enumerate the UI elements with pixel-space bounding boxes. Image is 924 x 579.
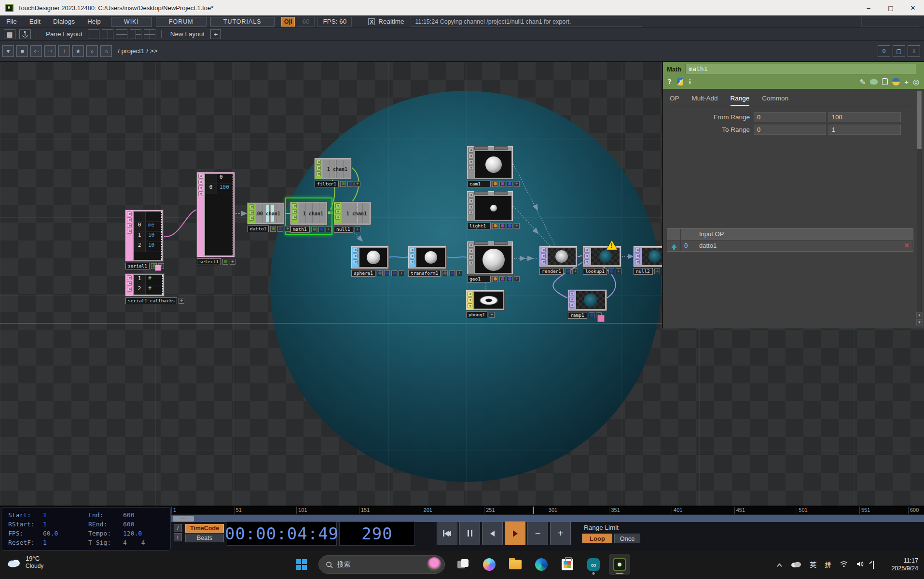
- breadcrumb[interactable]: / project1 / >>: [118, 47, 158, 55]
- minimize-button[interactable]: –: [857, 0, 880, 15]
- node-flag-plus-icon[interactable]: +: [285, 226, 290, 232]
- node-flag-plus-icon[interactable]: +: [456, 270, 462, 276]
- home-icon[interactable]: ⌂: [100, 45, 112, 57]
- operator-name-field[interactable]: math1: [685, 64, 916, 74]
- node-label[interactable]: light1: [467, 223, 491, 229]
- node-flag-purple[interactable]: [499, 181, 505, 187]
- tab-op[interactable]: OP: [670, 95, 679, 106]
- task-view-taskbar-icon[interactable]: [453, 554, 474, 575]
- pane-preset-leftsplit[interactable]: [130, 29, 141, 39]
- node-flag-orange[interactable]: [492, 223, 498, 229]
- node-flag-purple[interactable]: [499, 276, 505, 282]
- field-value[interactable]: 600: [123, 521, 134, 528]
- node-flag-orange[interactable]: [492, 181, 498, 187]
- node-flag-navy[interactable]: [277, 226, 283, 232]
- field-value[interactable]: 1: [43, 539, 47, 546]
- field-value[interactable]: 1: [43, 511, 47, 519]
- node-filter1[interactable]: 1 chan1: [315, 158, 351, 179]
- param-value-field[interactable]: 100: [828, 112, 901, 122]
- range-handle[interactable]: ....: [173, 516, 194, 522]
- node-flag-green[interactable]: [270, 226, 276, 232]
- python-help-icon[interactable]: ?: [677, 78, 684, 85]
- transport-play-reverse-button[interactable]: [482, 522, 503, 545]
- scroll-up-icon[interactable]: ▲: [916, 312, 923, 318]
- node-cam1[interactable]: [467, 146, 513, 179]
- node-flag-dark[interactable]: [377, 270, 383, 276]
- playhead[interactable]: [533, 507, 534, 514]
- node-label[interactable]: math1: [290, 226, 310, 233]
- range-limit-loop-button[interactable]: Loop: [582, 534, 612, 543]
- node-flag-plus-icon[interactable]: +: [355, 226, 360, 232]
- node-flag-plus-icon[interactable]: +: [399, 270, 404, 276]
- stop-icon[interactable]: ■: [16, 45, 28, 57]
- field-value[interactable]: 1: [43, 521, 47, 528]
- node-label[interactable]: filter1: [315, 181, 339, 187]
- node-render1[interactable]: [539, 246, 577, 267]
- node-flag-navy[interactable]: [589, 312, 594, 318]
- field-value[interactable]: 4: [141, 539, 145, 546]
- node-flag-blue[interactable]: [507, 223, 512, 229]
- collapse-pane-icon[interactable]: ⇩: [908, 45, 920, 57]
- node-serial1_callbacks[interactable]: 1#2#: [125, 274, 164, 296]
- copy-icon[interactable]: [882, 78, 888, 85]
- node-light1[interactable]: [467, 191, 513, 221]
- node-select1[interactable]: 00100: [197, 172, 234, 257]
- touchdesigner-taskbar-icon[interactable]: [609, 554, 630, 575]
- python-icon[interactable]: [892, 78, 900, 85]
- start-button[interactable]: [293, 556, 310, 573]
- node-label[interactable]: sphere1: [351, 270, 375, 277]
- input-op-row[interactable]: 0datto1✕: [667, 240, 913, 251]
- node-label[interactable]: serial1: [125, 263, 150, 269]
- node-math1[interactable]: 1 chan1: [290, 202, 327, 225]
- node-label[interactable]: null2: [634, 268, 653, 275]
- tab-mult-add[interactable]: Mult-Add: [692, 95, 718, 106]
- node-label[interactable]: lookup1: [583, 268, 607, 275]
- node-flag-plus-icon[interactable]: +: [514, 181, 520, 187]
- node-serial1[interactable]: 0me110210: [125, 210, 163, 261]
- timeline-range-bar[interactable]: ....: [171, 515, 924, 522]
- node-label[interactable]: select1: [197, 258, 221, 265]
- close-button[interactable]: ✕: [902, 0, 924, 15]
- info-icon[interactable]: i: [689, 78, 691, 85]
- realtime-toggle[interactable]: X Realtime: [368, 18, 404, 25]
- node-label[interactable]: ramp1: [568, 312, 587, 319]
- pane-preset-hsplit[interactable]: [116, 29, 127, 39]
- node-flag-navy[interactable]: [384, 270, 390, 276]
- node-label[interactable]: render1: [539, 268, 564, 275]
- node-flag-plus-icon[interactable]: +: [326, 226, 331, 232]
- store-taskbar-icon[interactable]: [557, 554, 578, 575]
- node-flag-blue[interactable]: [507, 181, 512, 187]
- node-flag-plus-icon[interactable]: +: [654, 268, 660, 274]
- panel-scrollbar[interactable]: [917, 91, 922, 313]
- node-sphere1[interactable]: [351, 246, 388, 268]
- node-label[interactable]: phong1: [466, 311, 487, 318]
- node-flag-green[interactable]: [340, 181, 346, 187]
- transport-skip-start-button[interactable]: [437, 522, 457, 545]
- timeline-mode-independent-button[interactable]: I: [174, 533, 182, 541]
- menu-link-tutorials[interactable]: TUTORIALS: [210, 17, 275, 27]
- search-box[interactable]: 搜索: [318, 555, 445, 574]
- chevron-up-icon[interactable]: [776, 561, 783, 569]
- forward-icon[interactable]: ⇨: [44, 45, 56, 57]
- pane-preset-vsplit[interactable]: [102, 29, 113, 39]
- copilot-taskbar-icon[interactable]: [479, 554, 500, 575]
- volume-icon[interactable]: [856, 561, 865, 569]
- mode-beats-button[interactable]: Beats: [185, 534, 224, 542]
- ime-pinyin-icon[interactable]: 拼: [825, 561, 831, 569]
- bookmark-icon[interactable]: ★: [72, 45, 84, 57]
- help-icon[interactable]: ?: [668, 78, 672, 86]
- node-flag-green[interactable]: [222, 259, 228, 265]
- target-icon[interactable]: ◎: [913, 78, 919, 85]
- arduino-taskbar-icon[interactable]: ∞: [583, 554, 604, 575]
- onedrive-icon[interactable]: [791, 561, 801, 569]
- pane-type-dropdown[interactable]: ▼: [2, 45, 14, 57]
- menu-item-edit[interactable]: Edit: [23, 18, 47, 25]
- menu-item-file[interactable]: File: [0, 18, 23, 25]
- field-value[interactable]: 120.0: [123, 530, 142, 537]
- frame-display[interactable]: 290: [339, 522, 415, 546]
- node-label[interactable]: null1: [334, 226, 353, 233]
- transport-play-button[interactable]: [505, 522, 525, 545]
- node-flag-navy[interactable]: [565, 268, 571, 274]
- field-value[interactable]: 60.0: [43, 530, 58, 537]
- node-null1[interactable]: 1 chan1: [334, 202, 371, 225]
